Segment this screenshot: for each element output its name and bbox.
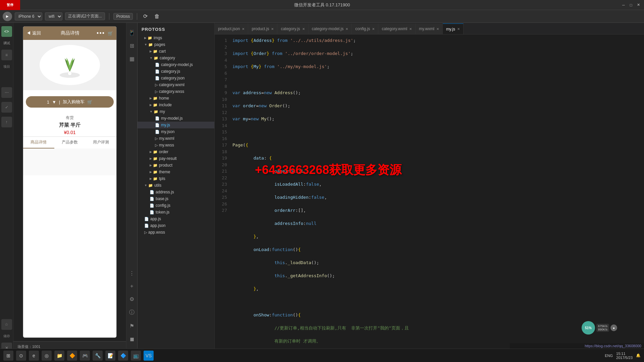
back-button[interactable]: ◀ 返回 bbox=[26, 30, 41, 36]
sim-tb-debug[interactable]: <> bbox=[1, 26, 12, 37]
taskbar-lang: ENG bbox=[605, 354, 613, 358]
main-toolbar: ▶ iPhone 6 wifi 正在调试2个页面... Protoss ⟳ 🗑 bbox=[0, 10, 644, 23]
folder-home[interactable]: ▶ 📁 home bbox=[138, 95, 214, 102]
taskbar-icon6[interactable]: 🎮 bbox=[80, 351, 90, 361]
taskbar-icon8[interactable]: 📝 bbox=[105, 351, 115, 361]
file-category-js[interactable]: 📄 category.js bbox=[138, 68, 214, 75]
tab-product-json[interactable]: product.json ✕ bbox=[215, 23, 248, 34]
tab-close-icon[interactable]: ✕ bbox=[457, 27, 460, 31]
info-icon[interactable]: ⓘ bbox=[129, 309, 135, 316]
folder-order[interactable]: ▶ 📁 order bbox=[138, 148, 214, 155]
file-category-wxml[interactable]: ▷ category.wxml bbox=[138, 81, 214, 88]
folder-utils[interactable]: ▼ 📁 utils bbox=[138, 182, 214, 189]
file-my-wxml[interactable]: ▷ my.wxml bbox=[138, 135, 214, 142]
minimize-button[interactable]: ─ bbox=[621, 3, 626, 7]
plus-icon[interactable]: + bbox=[130, 283, 133, 289]
file-category-json[interactable]: 📄 category.json bbox=[138, 75, 214, 81]
folder-theme[interactable]: ▶ 📁 theme bbox=[138, 169, 214, 175]
stop-icon[interactable]: ◼ bbox=[130, 336, 134, 342]
folder-pay-result[interactable]: ▶ 📁 pay-result bbox=[138, 155, 214, 162]
ie-button[interactable]: e bbox=[29, 351, 39, 361]
debug-label: 调试 bbox=[3, 41, 10, 46]
flag-icon[interactable]: ⚑ bbox=[129, 323, 134, 329]
arrow-icon: ▶ bbox=[144, 36, 147, 40]
taskbar-icon5[interactable]: 🔶 bbox=[67, 351, 77, 361]
arrow-icon: ▶ bbox=[150, 150, 152, 154]
close-button[interactable]: ✕ bbox=[636, 3, 641, 7]
search-taskbar-button[interactable]: ⊙ bbox=[16, 351, 26, 361]
tab-label: category.js bbox=[281, 26, 300, 31]
tab-product-js[interactable]: product.js ✕ bbox=[248, 23, 277, 34]
file-category-wxss[interactable]: ▷ category.wxss bbox=[138, 88, 214, 95]
tab-close-icon[interactable]: ✕ bbox=[409, 27, 412, 31]
clear-button[interactable]: 🗑 bbox=[152, 13, 162, 20]
network-select[interactable]: wifi bbox=[45, 12, 62, 20]
tab-detail[interactable]: 商品详情 bbox=[23, 137, 54, 148]
tab-close-icon[interactable]: ✕ bbox=[436, 27, 439, 31]
tab-close-icon[interactable]: ✕ bbox=[372, 27, 375, 31]
layout-icon[interactable]: ⊞ bbox=[130, 43, 134, 49]
tab-category-wxml[interactable]: category.wxml ✕ bbox=[378, 23, 416, 34]
file-app-js[interactable]: 📄 app.js bbox=[138, 216, 214, 222]
code-content[interactable]: import {Address} from '../../utils/addre… bbox=[230, 35, 644, 355]
add-to-cart-button[interactable]: 1 ▼ | 加入购物车 🛒 bbox=[26, 96, 114, 108]
folder-my[interactable]: ▼ 📁 my bbox=[138, 108, 214, 115]
more-button[interactable]: ••• bbox=[97, 30, 105, 37]
dots-icon2[interactable]: ⋮ bbox=[129, 270, 135, 277]
chrome-button[interactable]: ◎ bbox=[42, 351, 52, 361]
file-category-model-js[interactable]: 📄 category-model.js bbox=[138, 61, 214, 68]
tab-close-icon[interactable]: ✕ bbox=[302, 27, 305, 31]
tab-reviews[interactable]: 用户评测 bbox=[85, 137, 116, 148]
taskbar-icon10[interactable]: 📺 bbox=[131, 351, 141, 361]
url-bar: https://blog.csdn.net/qq_33608000 bbox=[510, 343, 644, 349]
sim-tb-check[interactable]: ✓ bbox=[1, 102, 12, 113]
sim-tb-save[interactable]: ☆ bbox=[1, 319, 12, 330]
file-my-wxss[interactable]: ▷ my.wxss bbox=[138, 142, 214, 148]
sim-tb-project[interactable]: ≡ bbox=[1, 50, 12, 60]
file-token-js[interactable]: 📄 token.js bbox=[138, 209, 214, 216]
start-button[interactable]: ⊞ bbox=[3, 351, 13, 361]
arrow-icon: ▶ bbox=[150, 157, 152, 160]
taskbar-icon9[interactable]: 🔷 bbox=[118, 351, 128, 361]
tab-my-js[interactable]: my.js ✕ bbox=[443, 23, 464, 34]
grid-icon[interactable]: ▦ bbox=[129, 56, 135, 62]
tab-config-js[interactable]: config.js ✕ bbox=[352, 23, 378, 34]
folder-pages[interactable]: ▼ 📁 pages bbox=[138, 41, 214, 48]
file-address-js[interactable]: 📄 address.js bbox=[138, 189, 214, 195]
taskbar-icon7[interactable]: 🔧 bbox=[93, 351, 103, 361]
file-my-model-js[interactable]: 📄 my-model.js bbox=[138, 115, 214, 122]
file-app-json[interactable]: 📄 app.json bbox=[138, 222, 214, 229]
vscode-button[interactable]: VS bbox=[144, 351, 154, 361]
phone-icon[interactable]: 📱 bbox=[128, 29, 135, 36]
file-base-js[interactable]: 📄 base.js bbox=[138, 195, 214, 202]
file-config-js[interactable]: 📄 config.js bbox=[138, 202, 214, 209]
explorer-button[interactable]: 📁 bbox=[54, 351, 64, 361]
device-select[interactable]: iPhone 6 bbox=[15, 12, 42, 20]
tab-category-model-js[interactable]: category-model.js ✕ bbox=[309, 23, 352, 34]
sim-tb-more[interactable]: ⋯ bbox=[1, 87, 12, 98]
tab-close-icon[interactable]: ✕ bbox=[242, 27, 245, 31]
file-app-wxss[interactable]: ▷ app.wxss bbox=[138, 229, 214, 236]
folder-product[interactable]: ▶ 📁 product bbox=[138, 162, 214, 169]
compile-button[interactable]: ⟳ bbox=[141, 12, 150, 20]
folder-include[interactable]: ▶ 📁 include bbox=[138, 102, 214, 108]
folder-tpls[interactable]: ▶ 📁 tpls bbox=[138, 175, 214, 182]
stop-badge: 暂停 bbox=[0, 0, 20, 10]
tab-my-wxml[interactable]: my.wxml ✕ bbox=[416, 23, 443, 34]
tab-params[interactable]: 产品参数 bbox=[54, 137, 86, 148]
folder-category[interactable]: ▼ 📁 category bbox=[138, 55, 214, 61]
folder-imgs[interactable]: ▶ 📁 imgs bbox=[138, 35, 214, 41]
tab-category-js[interactable]: category.js ✕ bbox=[277, 23, 308, 34]
file-my-json[interactable]: 📄 my.json bbox=[138, 128, 214, 135]
sim-tb-upload[interactable]: ↑ bbox=[1, 117, 12, 127]
folder-cart[interactable]: ▶ 📁 cart bbox=[138, 48, 214, 55]
file-name: app.json bbox=[150, 223, 165, 228]
taskbar-notification[interactable]: 🔔 bbox=[636, 353, 641, 358]
cart-icon[interactable]: 🛒 bbox=[108, 31, 113, 36]
file-my-js-active[interactable]: 📄 my.js bbox=[138, 122, 214, 128]
settings-icon[interactable]: ⚙ bbox=[129, 296, 134, 302]
file-type-icon: 📄 bbox=[150, 190, 154, 194]
maximize-button[interactable]: □ bbox=[629, 3, 633, 7]
tab-close-icon[interactable]: ✕ bbox=[271, 27, 274, 31]
tab-close-icon[interactable]: ✕ bbox=[345, 27, 348, 31]
